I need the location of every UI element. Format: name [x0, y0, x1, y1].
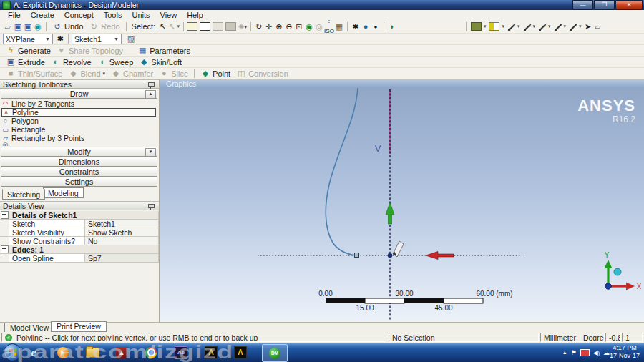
slice-button[interactable]: ● Slice: [156, 69, 191, 78]
taskbar-ansys-icon-2[interactable]: Λ: [230, 344, 251, 361]
adjacent-filter-icon[interactable]: ▾: [567, 23, 583, 31]
thin-surface-button[interactable]: ■ Thin/Surface: [3, 69, 65, 78]
taskbar-ansys-icon[interactable]: Λ: [200, 344, 222, 361]
select-mode-box-icon[interactable]: [213, 22, 223, 31]
new-sketch-button-icon[interactable]: ▨: [126, 34, 136, 44]
zoom-in-icon[interactable]: ⊕: [274, 22, 284, 31]
start-button[interactable]: [4, 343, 21, 361]
select-cursor-icon[interactable]: ↖: [157, 22, 167, 31]
tray-flag-icon[interactable]: ⚑: [571, 349, 577, 356]
spline-endpoint-marker[interactable]: [355, 253, 359, 258]
minimize-button[interactable]: —: [572, 0, 593, 10]
revolve-button[interactable]: ◐ Revolve: [48, 57, 94, 67]
taskbar-designmodeler-icon[interactable]: DM: [262, 344, 288, 362]
menu-create[interactable]: Create: [26, 11, 59, 19]
collapse-icon[interactable]: [1, 245, 9, 253]
taskbar-ie-icon[interactable]: e: [23, 344, 44, 361]
details-row-open-spline[interactable]: Open Spline Sp7: [0, 254, 159, 263]
taskbar-pdf-icon[interactable]: ▲: [111, 344, 132, 361]
edge-filter-icon[interactable]: ▾: [522, 23, 537, 31]
chamfer-button[interactable]: ◆ Chamfer: [108, 69, 156, 78]
details-row-sketch[interactable]: Sketch Sketch1: [0, 220, 159, 228]
modify-section-bar[interactable]: Modify ▼: [1, 147, 157, 157]
redo-button[interactable]: ↻ Redo: [86, 22, 122, 31]
spline-curve[interactable]: [326, 88, 358, 255]
face-display-icon[interactable]: ▾: [469, 22, 488, 31]
blend-button[interactable]: ◆ Blend ▾: [65, 69, 108, 78]
tray-volume-icon[interactable]: ◀): [593, 349, 600, 356]
scroll-down-icon[interactable]: ▼: [145, 148, 156, 157]
magnifier-icon[interactable]: ◎: [314, 22, 324, 31]
taskbar-clock[interactable]: 4:17 PM 17-Nov-17: [607, 344, 643, 360]
sweep-button[interactable]: ◖ Sweep: [94, 57, 137, 67]
tab-model-view[interactable]: Model View: [4, 323, 54, 333]
parameters-button[interactable]: ▦ Parameters: [135, 46, 193, 55]
selection-filter-icon[interactable]: ◈▾: [238, 21, 248, 31]
new-sketch-icon[interactable]: ▱: [3, 22, 13, 31]
zoom-out-icon[interactable]: ⊖: [284, 22, 294, 31]
tab-sketching[interactable]: Sketching: [2, 189, 45, 200]
vertex-filter-icon[interactable]: ▾: [506, 23, 522, 31]
pin-icon[interactable]: [148, 82, 155, 87]
constraint-display-icon[interactable]: ◗: [387, 22, 397, 31]
taskbar-explorer-icon[interactable]: [82, 344, 103, 361]
look-at-icon[interactable]: ✱: [351, 22, 361, 31]
details-row-constraints[interactable]: Show Constraints? No: [0, 237, 159, 245]
zoom-to-fit-icon[interactable]: ◉: [304, 22, 314, 31]
previous-view-icon[interactable]: ▦: [334, 22, 344, 31]
menu-view[interactable]: View: [155, 11, 182, 19]
taskbar-chrome-icon[interactable]: [140, 344, 162, 361]
save-as-icon[interactable]: ▣: [23, 22, 33, 31]
select-mode-volume-icon[interactable]: [225, 22, 236, 31]
edge-coloring-icon[interactable]: ▾: [487, 22, 506, 31]
collapse-icon[interactable]: [1, 211, 9, 219]
point-button[interactable]: ◆ Point: [197, 69, 233, 78]
generate-button[interactable]: ϟ Generate: [3, 46, 54, 55]
menu-tools[interactable]: Tools: [99, 11, 127, 19]
details-group-row[interactable]: Details of Sketch1: [0, 211, 159, 220]
menu-units[interactable]: Units: [127, 11, 155, 19]
undo-button[interactable]: ↺ Undo: [49, 22, 86, 31]
extrude-button[interactable]: ▣ Extrude: [3, 57, 48, 67]
display-points-icon[interactable]: ●: [371, 22, 381, 31]
draw-section-bar[interactable]: Draw ▲: [1, 89, 157, 99]
graphics-viewport[interactable]: V 0.00 30.00 60.00 (mm) 15.00 45.00: [160, 88, 644, 322]
draw-tool-line-by-2-tangents[interactable]: ◠ Line by 2 Tangents: [1, 99, 156, 108]
taskbar-media-player-icon[interactable]: ▶: [52, 344, 74, 361]
rotate-icon[interactable]: ↻: [254, 22, 264, 31]
screenshot-icon[interactable]: ◉: [33, 22, 43, 31]
close-button[interactable]: ✕: [615, 0, 643, 10]
extend-selection-icon[interactable]: ↖▾: [167, 22, 180, 31]
draw-tool-polyline[interactable]: ∧ Polyline: [1, 108, 156, 117]
plane-display-icon[interactable]: ▱: [593, 22, 603, 31]
taskbar-after-effects-icon[interactable]: Ae: [170, 344, 192, 361]
draw-tool-polygon[interactable]: ○ Polygon: [1, 117, 156, 125]
box-zoom-icon[interactable]: ⊡: [294, 22, 304, 31]
menu-help[interactable]: Help: [182, 11, 208, 19]
details-group-edges[interactable]: Edges: 1: [0, 245, 159, 254]
origin-point[interactable]: [388, 253, 392, 258]
tab-modeling[interactable]: Modeling: [43, 187, 84, 198]
pin-icon[interactable]: [148, 204, 155, 208]
orientation-triad[interactable]: Y X: [605, 251, 642, 290]
tray-expand-icon[interactable]: ▲: [562, 350, 567, 355]
constraints-section-bar[interactable]: Constraints: [1, 167, 157, 177]
select-mode-new-icon[interactable]: [187, 22, 197, 31]
scroll-up-icon[interactable]: ▲: [145, 90, 156, 99]
tab-print-preview[interactable]: Print Preview: [51, 321, 107, 332]
body-filter-icon[interactable]: ▾: [552, 23, 568, 31]
save-icon[interactable]: ▣: [13, 22, 23, 31]
dimensions-section-bar[interactable]: Dimensions: [1, 157, 157, 167]
details-row-visibility[interactable]: Sketch Visibility Show Sketch: [0, 228, 159, 237]
maximize-button[interactable]: ❐: [594, 0, 615, 10]
pan-icon[interactable]: ✛: [264, 22, 274, 31]
face-filter-icon[interactable]: ▾: [537, 23, 552, 31]
skin-loft-button[interactable]: ◆ Skin/Loft: [136, 57, 185, 67]
conversion-button[interactable]: ◫ Conversion: [233, 69, 291, 78]
draw-tool-rectangle-3-points[interactable]: ▱ Rectangle by 3 Points: [1, 134, 156, 142]
share-topology-button[interactable]: ♥ Share Topology: [54, 46, 126, 55]
tray-display-icon[interactable]: [580, 349, 590, 356]
menu-file[interactable]: File: [3, 11, 26, 19]
settings-section-bar[interactable]: Settings: [1, 177, 157, 187]
draw-tool-rectangle[interactable]: ▭ Rectangle: [1, 125, 156, 134]
